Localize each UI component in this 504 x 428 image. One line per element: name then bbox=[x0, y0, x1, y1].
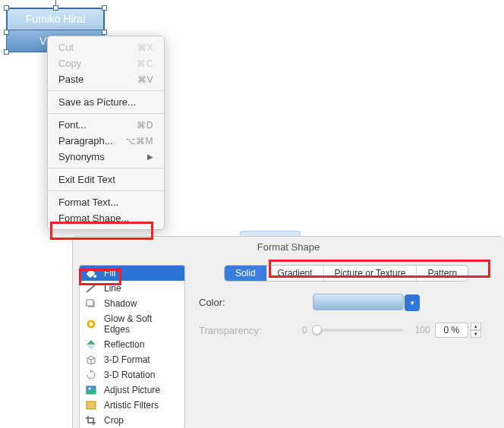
submenu-arrow-icon: ▶ bbox=[147, 153, 153, 161]
transparency-stepper[interactable]: ▲ ▼ bbox=[471, 323, 481, 338]
menu-label: Copy bbox=[58, 58, 81, 69]
sidebar-item-label: Adjust Picture bbox=[104, 385, 160, 395]
format-shape-main: Solid Gradient Picture or Texture Patter… bbox=[185, 260, 504, 428]
menu-label: Font... bbox=[58, 119, 87, 131]
transparency-slider[interactable] bbox=[312, 329, 403, 332]
color-dropdown-icon[interactable]: ▾ bbox=[405, 294, 420, 311]
resize-handle-tr[interactable] bbox=[102, 5, 107, 11]
menu-font[interactable]: Font... ⌘D bbox=[48, 117, 164, 133]
shortcut: ⌘D bbox=[137, 120, 153, 131]
sidebar-item-artistic-filters[interactable]: Artistic Filters bbox=[80, 398, 184, 413]
color-row: Color: ▾ bbox=[199, 294, 493, 310]
svg-line-1 bbox=[87, 285, 96, 292]
sidebar-item-fill[interactable]: Fill bbox=[80, 266, 184, 281]
sidebar-item-label: Reflection bbox=[104, 339, 144, 350]
color-label: Color: bbox=[199, 297, 298, 308]
rotation-icon bbox=[84, 370, 98, 380]
menu-format-text[interactable]: Format Text... bbox=[48, 194, 164, 210]
menu-label: Exit Edit Text bbox=[58, 174, 115, 185]
svg-rect-7 bbox=[87, 401, 96, 409]
sidebar-item-label: Line bbox=[104, 283, 121, 294]
sidebar-item-label: Fill bbox=[104, 268, 115, 279]
sidebar-item-adjust-picture[interactable]: Adjust Picture bbox=[80, 382, 184, 398]
menu-label: Synonyms bbox=[58, 151, 105, 162]
menu-separator bbox=[48, 90, 164, 91]
sidebar-item-line[interactable]: Line bbox=[80, 281, 184, 296]
sidebar-item-label: Shadow bbox=[104, 298, 137, 309]
context-menu: Cut ⌘X Copy ⌘C Paste ⌘V Save as Picture.… bbox=[47, 36, 165, 230]
crop-icon bbox=[84, 415, 98, 426]
tab-solid[interactable]: Solid bbox=[225, 266, 267, 281]
paint-bucket-icon bbox=[84, 268, 98, 279]
menu-cut: Cut ⌘X bbox=[48, 39, 164, 55]
sidebar-item-label: 3-D Rotation bbox=[104, 370, 155, 380]
fill-type-tabs: Solid Gradient Picture or Texture Patter… bbox=[224, 265, 468, 282]
menu-synonyms[interactable]: Synonyms ▶ bbox=[48, 149, 164, 165]
resize-handle-tl[interactable] bbox=[4, 5, 9, 11]
resize-handle-tm[interactable] bbox=[53, 5, 58, 11]
menu-separator bbox=[48, 113, 164, 114]
sidebar-item-3d-format[interactable]: 3-D Format bbox=[80, 352, 184, 367]
reflection-icon bbox=[84, 339, 98, 350]
line-icon bbox=[84, 283, 98, 294]
cube-icon bbox=[84, 354, 98, 365]
shadow-icon bbox=[84, 298, 98, 309]
svg-rect-3 bbox=[87, 300, 93, 306]
menu-separator bbox=[48, 168, 164, 168]
shortcut: ⌥⌘M bbox=[125, 136, 154, 146]
sidebar-item-label: Crop bbox=[104, 415, 124, 426]
resize-handle-mr[interactable] bbox=[102, 30, 107, 35]
resize-handle-bl[interactable] bbox=[4, 49, 9, 55]
transparency-row: Transparency: 0 100 0 % ▲ ▼ bbox=[199, 323, 493, 338]
stepper-up-icon[interactable]: ▲ bbox=[471, 323, 481, 330]
menu-label: Format Shape... bbox=[58, 212, 129, 224]
tab-pattern[interactable]: Pattern bbox=[417, 266, 468, 281]
menu-separator bbox=[48, 190, 164, 191]
sidebar-item-label: 3-D Format bbox=[104, 354, 150, 365]
menu-copy: Copy ⌘C bbox=[48, 55, 164, 71]
filters-icon bbox=[84, 400, 98, 411]
menu-save-as-picture[interactable]: Save as Picture... bbox=[48, 94, 164, 110]
svg-point-0 bbox=[93, 275, 96, 278]
menu-label: Save as Picture... bbox=[58, 96, 136, 108]
resize-handle-ml[interactable] bbox=[4, 30, 9, 35]
sidebar-item-crop[interactable]: Crop bbox=[80, 413, 184, 428]
window-title: Format Shape bbox=[73, 237, 504, 260]
sidebar-item-shadow[interactable]: Shadow bbox=[80, 296, 184, 311]
menu-paste[interactable]: Paste ⌘V bbox=[48, 71, 164, 87]
menu-exit-edit-text[interactable]: Exit Edit Text bbox=[48, 172, 164, 187]
menu-format-shape[interactable]: Format Shape... bbox=[48, 210, 164, 226]
glow-icon bbox=[84, 319, 98, 329]
tab-gradient[interactable]: Gradient bbox=[267, 266, 324, 281]
menu-label: Paste bbox=[58, 74, 83, 85]
menu-label: Paragraph... bbox=[58, 135, 113, 146]
svg-point-4 bbox=[88, 321, 94, 327]
slider-knob[interactable] bbox=[312, 325, 322, 335]
transparency-value[interactable]: 0 % bbox=[435, 323, 468, 338]
svg-point-6 bbox=[89, 388, 91, 390]
tab-picture-or-texture[interactable]: Picture or Texture bbox=[324, 266, 417, 281]
menu-label: Format Text... bbox=[58, 197, 118, 208]
sidebar-item-label: Glow & Soft Edges bbox=[104, 313, 180, 335]
sidebar-item-3d-rotation[interactable]: 3-D Rotation bbox=[80, 367, 184, 382]
shortcut: ⌘V bbox=[137, 74, 153, 85]
sidebar-item-glow[interactable]: Glow & Soft Edges bbox=[80, 311, 184, 337]
shortcut: ⌘C bbox=[137, 58, 153, 69]
sidebar-item-label: Artistic Filters bbox=[104, 400, 159, 411]
picture-icon bbox=[84, 385, 98, 395]
transparency-label: Transparency: bbox=[199, 325, 298, 336]
menu-label: Cut bbox=[58, 42, 74, 53]
menu-paragraph[interactable]: Paragraph... ⌥⌘M bbox=[48, 133, 164, 149]
format-shape-window: Format Shape Fill Line Shadow Glow & Sof… bbox=[72, 236, 504, 428]
stepper-down-icon[interactable]: ▼ bbox=[471, 330, 481, 338]
shortcut: ⌘X bbox=[137, 42, 153, 53]
orgchart-name[interactable]: Fumiko Hirai bbox=[7, 8, 104, 30]
slider-min: 0 bbox=[302, 325, 307, 335]
color-well[interactable]: ▾ bbox=[313, 294, 404, 310]
format-shape-sidebar: Fill Line Shadow Glow & Soft Edges Refle… bbox=[79, 265, 185, 428]
slider-max: 100 bbox=[415, 325, 430, 335]
sidebar-item-reflection[interactable]: Reflection bbox=[80, 337, 184, 352]
